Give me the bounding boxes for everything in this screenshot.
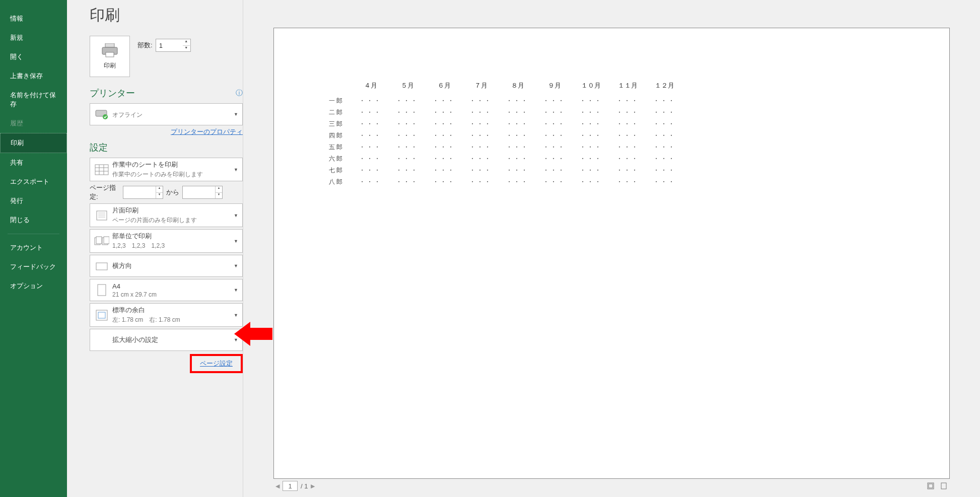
- sidebar-item-save[interactable]: 上書き保存: [0, 66, 67, 86]
- current-page-input[interactable]: 1: [283, 481, 298, 491]
- svg-rect-20: [96, 310, 107, 320]
- margins-icon: [94, 308, 109, 323]
- chevron-down-icon: ▼: [234, 213, 238, 218]
- collate-icon: [94, 234, 109, 249]
- copies-down[interactable]: ▼: [183, 46, 190, 52]
- sidebar-item-export[interactable]: エクスポート: [0, 172, 67, 191]
- page-to-input[interactable]: ▲▼: [182, 186, 223, 199]
- margins-dropdown[interactable]: 標準の余白 左: 1.78 cm 右: 1.78 cm ▼: [90, 303, 243, 327]
- print-preview: ４月５月６月７月８月９月１０月１１月１２月一郎・・・・・・・・・・・・・・・・・…: [243, 0, 980, 497]
- chevron-down-icon: ▼: [234, 288, 238, 293]
- copies-input[interactable]: 1 ▲▼: [156, 39, 191, 52]
- svg-rect-25: [941, 483, 946, 489]
- sidebar-item-close[interactable]: 閉じる: [0, 210, 67, 230]
- svg-rect-2: [106, 52, 114, 57]
- sidebar-item-save-as[interactable]: 名前を付けて保存: [0, 86, 67, 114]
- copies-up[interactable]: ▲: [183, 39, 190, 46]
- sidebar-item-info[interactable]: 情報: [0, 9, 67, 28]
- svg-rect-18: [96, 263, 107, 270]
- svg-rect-5: [95, 165, 108, 175]
- sidebar-item-history: 履歴: [0, 114, 67, 133]
- preview-data-table: ４月５月６月７月８月９月１０月１１月１２月一郎・・・・・・・・・・・・・・・・・…: [322, 81, 683, 188]
- svg-rect-24: [929, 484, 933, 488]
- svg-rect-17: [104, 237, 109, 244]
- sidebar-item-new[interactable]: 新規: [0, 28, 67, 47]
- svg-rect-0: [105, 43, 114, 47]
- chevron-down-icon: ▼: [234, 313, 238, 318]
- page-icon: [94, 282, 109, 298]
- chevron-down-icon: ▼: [234, 167, 238, 172]
- chevron-down-icon: ▼: [234, 337, 238, 342]
- printer-section-label: プリンター: [90, 87, 135, 99]
- single-side-icon: [94, 208, 109, 223]
- info-icon[interactable]: ⓘ: [236, 89, 243, 98]
- landscape-icon: [94, 258, 109, 273]
- sidebar-item-feedback[interactable]: フィードバック: [0, 257, 67, 276]
- sidebar-item-account[interactable]: アカウント: [0, 238, 67, 257]
- scaling-dropdown[interactable]: 拡大縮小の設定 ▼: [90, 329, 243, 351]
- page-from-input[interactable]: ▲▼: [123, 186, 163, 199]
- orientation-dropdown[interactable]: 横方向 ▼: [90, 255, 243, 277]
- svg-point-4: [103, 114, 108, 119]
- chevron-down-icon: ▼: [234, 112, 238, 117]
- print-settings-panel: 印刷 印刷 部数: 1 ▲▼: [67, 0, 243, 497]
- show-margins-icon[interactable]: [927, 482, 935, 490]
- collate-dropdown[interactable]: 部単位で印刷 1,2,3 1,2,3 1,2,3 ▼: [90, 229, 243, 253]
- sidebar-item-share[interactable]: 共有: [0, 153, 67, 172]
- sidebar-item-options[interactable]: オプション: [0, 276, 67, 296]
- copies-label: 部数:: [137, 41, 153, 50]
- svg-rect-10: [97, 211, 107, 220]
- print-what-dropdown[interactable]: 作業中のシートを印刷 作業中のシートのみを印刷します ▼: [90, 158, 243, 181]
- page-title: 印刷: [90, 0, 243, 36]
- svg-rect-19: [98, 285, 106, 296]
- sidebar-item-publish[interactable]: 発行: [0, 191, 67, 210]
- sidebar-item-print[interactable]: 印刷: [0, 133, 67, 153]
- page-setup-link[interactable]: ページ設定: [200, 360, 233, 367]
- annotation-highlight: ページ設定: [190, 354, 243, 373]
- svg-rect-15: [96, 237, 102, 244]
- backstage-sidebar: 情報 新規 開く 上書き保存 名前を付けて保存 履歴 印刷 共有 エクスポート …: [0, 0, 67, 497]
- paper-size-dropdown[interactable]: A4 21 cm x 29.7 cm ▼: [90, 279, 243, 301]
- sheet-icon: [94, 162, 109, 177]
- sidebar-item-open[interactable]: 開く: [0, 47, 67, 66]
- print-button[interactable]: 印刷: [90, 36, 130, 77]
- chevron-down-icon: ▼: [234, 239, 238, 244]
- zoom-to-page-icon[interactable]: [940, 482, 948, 490]
- settings-section-label: 設定: [90, 141, 108, 154]
- printer-status-icon: [94, 107, 109, 122]
- preview-page: ４月５月６月７月８月９月１０月１１月１２月一郎・・・・・・・・・・・・・・・・・…: [273, 28, 950, 479]
- page-range-label: ページ指定:: [90, 183, 120, 201]
- chevron-down-icon: ▼: [234, 263, 238, 268]
- printer-properties-link[interactable]: プリンターのプロパティ: [90, 127, 243, 136]
- printer-icon: [101, 43, 118, 57]
- prev-page-button[interactable]: ◀: [275, 483, 279, 489]
- sides-dropdown[interactable]: 片面印刷 ページの片面のみを印刷します ▼: [90, 203, 243, 227]
- printer-dropdown[interactable]: オフライン ▼: [90, 103, 243, 125]
- next-page-button[interactable]: ▶: [311, 483, 315, 489]
